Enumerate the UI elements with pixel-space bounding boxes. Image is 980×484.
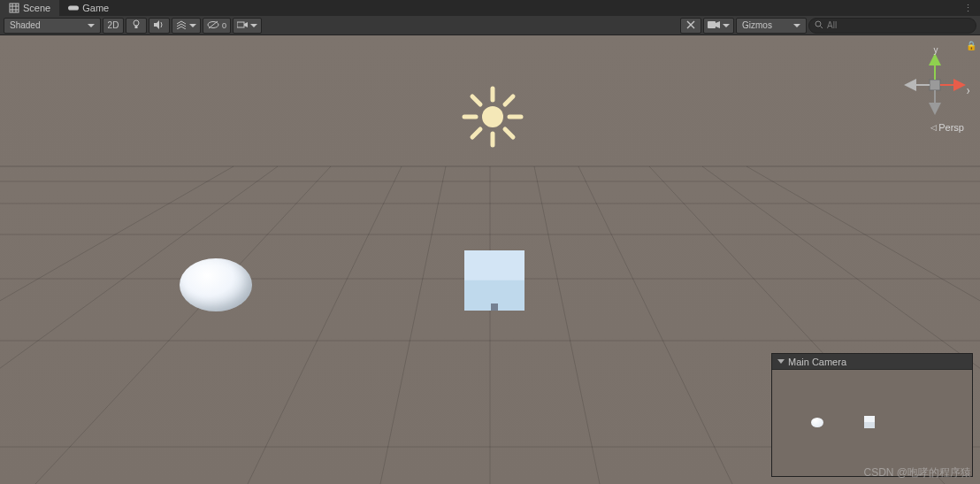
preview-sphere xyxy=(811,418,823,427)
eye-off-icon xyxy=(207,20,219,31)
svg-marker-16 xyxy=(716,21,720,28)
svg-line-33 xyxy=(0,166,234,484)
search-input[interactable] xyxy=(827,20,970,30)
tab-scene-label: Scene xyxy=(23,3,50,13)
svg-line-27 xyxy=(248,166,402,484)
chevron-down-icon xyxy=(88,24,95,27)
svg-line-42 xyxy=(472,96,480,104)
search-box[interactable] xyxy=(808,18,976,34)
camera-preview-title: Main Camera xyxy=(788,357,846,367)
toggle-audio-button[interactable] xyxy=(149,18,170,34)
scene-icon xyxy=(9,3,19,13)
chevron-down-icon xyxy=(723,24,730,27)
preview-cube xyxy=(864,416,875,428)
scene-toolbar: Shaded 2D 0 xyxy=(0,16,980,35)
svg-line-43 xyxy=(505,129,513,137)
svg-rect-7 xyxy=(135,26,138,28)
speaker-icon xyxy=(154,20,165,31)
svg-rect-5 xyxy=(68,5,79,10)
fx-stack-icon xyxy=(176,20,187,31)
view-tabs: Scene Game ⋮ xyxy=(0,0,980,16)
svg-text:x: x xyxy=(967,86,969,96)
panel-menu-icon[interactable]: ⋮ xyxy=(956,3,980,14)
svg-line-31 xyxy=(0,166,278,484)
svg-marker-55 xyxy=(929,103,941,115)
tools-button[interactable] xyxy=(680,18,701,34)
svg-marker-47 xyxy=(929,53,941,65)
toggle-visibility-button[interactable]: 0 xyxy=(203,18,231,34)
disclosure-triangle-icon xyxy=(777,359,785,364)
search-icon xyxy=(815,20,823,31)
directional-light-gizmo[interactable] xyxy=(460,84,525,150)
svg-rect-15 xyxy=(708,21,716,28)
tools-icon xyxy=(685,19,696,32)
video-camera-icon xyxy=(708,20,720,31)
svg-point-6 xyxy=(134,20,139,26)
projection-icon: ◁ xyxy=(930,123,937,132)
sphere-object[interactable] xyxy=(180,258,252,311)
svg-rect-11 xyxy=(237,22,244,27)
gizmos-dropdown[interactable]: Gizmos xyxy=(736,18,807,34)
game-icon xyxy=(68,3,79,13)
cube-object[interactable] xyxy=(464,250,524,311)
svg-line-36 xyxy=(534,166,600,484)
svg-line-29 xyxy=(35,166,331,484)
toggle-2d-label: 2D xyxy=(108,20,119,30)
camera-dropdown-button[interactable] xyxy=(703,18,734,34)
lightbulb-icon xyxy=(132,19,141,32)
svg-line-28 xyxy=(578,166,732,484)
svg-marker-8 xyxy=(154,20,159,29)
tab-game-label: Game xyxy=(82,3,109,13)
shading-mode-dropdown[interactable]: Shaded xyxy=(4,18,101,34)
chevron-down-icon xyxy=(250,24,257,27)
chevron-down-icon xyxy=(793,24,800,27)
toggle-lighting-button[interactable] xyxy=(126,18,147,34)
svg-line-18 xyxy=(821,26,823,28)
camera-preview-header[interactable]: Main Camera xyxy=(772,354,972,370)
svg-rect-0 xyxy=(10,4,19,12)
shading-mode-label: Shaded xyxy=(10,20,40,30)
lock-icon[interactable]: 🔒 xyxy=(966,41,976,50)
tab-scene[interactable]: Scene xyxy=(0,0,59,16)
svg-line-44 xyxy=(505,96,513,104)
hidden-count: 0 xyxy=(222,21,226,30)
svg-rect-46 xyxy=(930,80,940,90)
camera-icon xyxy=(237,20,248,31)
camera-preview-panel: Main Camera xyxy=(771,353,973,477)
svg-text:y: y xyxy=(934,46,938,55)
scene-viewport[interactable]: y x 🔒 ◁ Persp Main Camera CSDN @咆哮的程序猿 xyxy=(0,35,980,484)
svg-marker-12 xyxy=(244,22,248,27)
toggle-2d-button[interactable]: 2D xyxy=(103,18,124,34)
toggle-fx-button[interactable] xyxy=(172,18,201,34)
watermark-text: CSDN @咆哮的程序猿 xyxy=(863,465,971,480)
camera-settings-button[interactable] xyxy=(233,18,262,34)
chevron-down-icon xyxy=(189,24,196,27)
svg-point-17 xyxy=(815,21,821,27)
camera-preview-body xyxy=(772,370,972,476)
projection-label: Persp xyxy=(938,122,964,133)
gizmos-label: Gizmos xyxy=(742,20,772,30)
svg-marker-50 xyxy=(953,79,966,91)
svg-point-37 xyxy=(482,106,503,127)
svg-marker-53 xyxy=(904,79,916,91)
svg-line-45 xyxy=(472,129,480,137)
tab-game[interactable]: Game xyxy=(59,0,118,16)
orientation-gizmo[interactable]: y x xyxy=(899,46,969,126)
svg-line-35 xyxy=(380,166,446,484)
projection-toggle[interactable]: ◁ Persp xyxy=(930,122,964,133)
